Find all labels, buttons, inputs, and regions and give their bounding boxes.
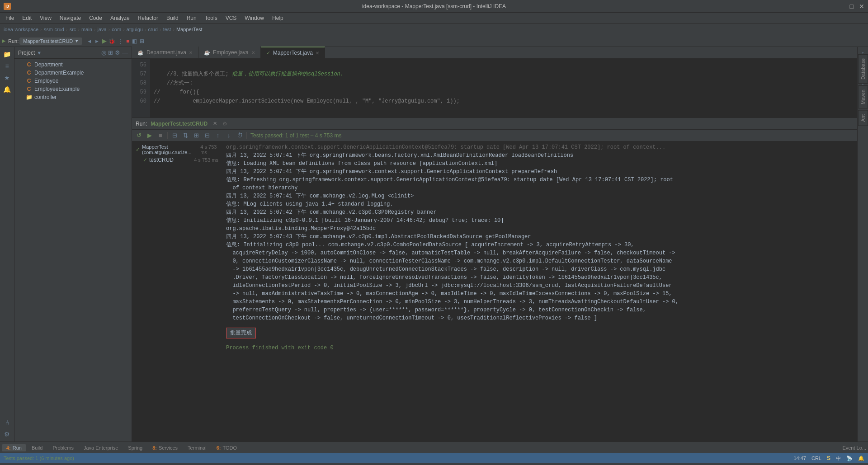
run-tree-mappertest[interactable]: ✓ MapperTest (com.atguigu.crud.te... 4 s…	[132, 143, 222, 156]
tree-item-employee[interactable]: C Employee	[14, 77, 132, 85]
breadcrumb-crud[interactable]: crud	[148, 27, 158, 32]
menu-item-code[interactable]: Code	[85, 14, 106, 22]
breadcrumb-ssm-crud[interactable]: ssm-crud	[44, 27, 64, 32]
menu-item-navigate[interactable]: Navigate	[56, 14, 85, 22]
bb-tab-todo[interactable]: 6: TODO	[212, 444, 241, 451]
run-panel-gear[interactable]: ⚙	[222, 121, 227, 127]
maven-tab[interactable]: Maven	[858, 85, 868, 108]
run-config-selector[interactable]: MapperTest.testCRUD ▼	[19, 38, 82, 45]
breadcrumb-src[interactable]: src	[70, 27, 76, 32]
console-output[interactable]: org.springframework.context.support.Gene…	[222, 141, 857, 442]
down-icon[interactable]: ↓	[224, 131, 234, 141]
bb-tab-terminal[interactable]: Terminal	[183, 444, 211, 451]
tab-mappertest[interactable]: ✓ MapperTest.java ✕	[261, 47, 325, 58]
run-panel: Run: MapperTest.testCRUD ✕ ⚙ — ↺ ▶ ■ ⊟ ⇅…	[132, 117, 857, 442]
project-dropdown-icon[interactable]: ▼	[37, 50, 42, 56]
status-network-icon[interactable]: 📡	[846, 456, 853, 461]
breadcrumb-test[interactable]: test	[163, 27, 171, 32]
project-locate-icon[interactable]: ◎	[101, 49, 106, 56]
status-bell-icon[interactable]: 🔔	[858, 456, 864, 461]
run-more-icon[interactable]: ⋮	[118, 38, 123, 44]
breadcrumb-idea-workspace[interactable]: idea-workspace	[4, 27, 38, 32]
bb-tab-problems[interactable]: Problems	[48, 444, 78, 451]
rerun-icon[interactable]: ↺	[134, 131, 144, 141]
breadcrumb-com[interactable]: com	[112, 27, 121, 32]
menu-item-window[interactable]: Window	[241, 14, 268, 22]
bookmarks-icon[interactable]: ★	[2, 72, 13, 83]
tab-close-department[interactable]: ✕	[189, 50, 193, 55]
bb-tab-run[interactable]: 4: Run	[2, 444, 26, 451]
run-back-icon[interactable]: ◄	[87, 38, 92, 44]
tab-department[interactable]: ☕ Department.java ✕	[132, 47, 198, 58]
test-run-icon[interactable]: ▶	[145, 131, 155, 141]
menu-item-run[interactable]: Run	[183, 14, 200, 22]
breadcrumb-mappertest[interactable]: MapperTest	[176, 27, 202, 32]
up-icon[interactable]: ↑	[213, 131, 223, 141]
run-green-play[interactable]: ▶	[102, 38, 107, 44]
run-panel-close-x[interactable]: ✕	[213, 121, 217, 127]
minimize-button[interactable]: —	[838, 3, 844, 10]
menu-item-tools[interactable]: Tools	[201, 14, 221, 22]
tab-close-employee[interactable]: ✕	[251, 50, 255, 55]
run-forward-icon[interactable]: ►	[94, 38, 99, 44]
menu-item-help[interactable]: Help	[269, 14, 287, 22]
breadcrumb: idea-workspace › ssm-crud › src › main ›…	[0, 23, 868, 35]
bb-tab-java-enterprise[interactable]: Java Enterprise	[79, 444, 123, 451]
bb-tab-services[interactable]: 8: Services	[148, 444, 182, 451]
menu-item-file[interactable]: File	[2, 14, 18, 22]
bb-tab-build[interactable]: Build	[27, 444, 47, 451]
event-log-label[interactable]: Event Lo...	[842, 445, 866, 451]
database-tab[interactable]: Database	[858, 54, 868, 84]
notifications-icon[interactable]: 🔔	[2, 84, 13, 95]
run-stop-icon[interactable]: ■	[126, 38, 129, 44]
bb-tab-spring[interactable]: Spring	[123, 444, 147, 451]
code-editor[interactable]: 56 57 58 59 60 //3、批量插入多个员工; 批量，使用可以执行批量…	[132, 59, 857, 117]
console-line: 信息: MLog clients using java 1.4+ standar…	[226, 200, 854, 208]
test-file-icon: ✓	[266, 50, 270, 56]
run-debug-icon[interactable]: 🐞	[108, 38, 115, 44]
project-gear-icon[interactable]: ⚙	[115, 49, 120, 56]
status-encoding[interactable]: CRL	[811, 456, 821, 461]
settings-icon[interactable]: ⚙	[2, 429, 13, 440]
menu-item-edit[interactable]: Edit	[19, 14, 35, 22]
ant-tab[interactable]: Ant	[858, 110, 868, 126]
bb-tab-services-label: Services	[159, 445, 178, 451]
filter-icon[interactable]: ⊟	[170, 131, 179, 141]
close-button[interactable]: ✕	[859, 3, 864, 10]
status-tests-passed[interactable]: Tests passed: 1 (6 minutes ago)	[4, 456, 74, 461]
menu-item-view[interactable]: View	[36, 14, 55, 22]
tree-item-label: Employee	[34, 78, 58, 84]
run-coverage-icon[interactable]: ◧	[132, 38, 137, 44]
breadcrumb-main[interactable]: main	[81, 27, 92, 32]
breadcrumb-atguigu[interactable]: atguigu	[127, 27, 143, 32]
maximize-button[interactable]: □	[850, 3, 854, 10]
tree-item-controller[interactable]: 📁 controller	[14, 93, 132, 101]
run-tree: ✓ MapperTest (com.atguigu.crud.te... 4 s…	[132, 141, 222, 442]
status-locale[interactable]: 中	[836, 455, 841, 462]
collapse-icon[interactable]: ⊟	[202, 131, 212, 141]
project-expand-icon[interactable]: ⊞	[108, 49, 113, 56]
run-panel-minimize[interactable]: —	[848, 121, 854, 127]
tab-close-mappertest[interactable]: ✕	[316, 51, 319, 56]
menu-item-refactor[interactable]: Refactor	[134, 14, 162, 22]
project-minimize-icon[interactable]: —	[122, 49, 128, 56]
menu-item-analyze[interactable]: Analyze	[107, 14, 133, 22]
menu-item-vcs[interactable]: VCS	[222, 14, 241, 22]
run-profiler-icon[interactable]: ⊞	[140, 38, 144, 44]
tree-item-department[interactable]: C Department	[14, 61, 132, 69]
project-icon[interactable]: 📁	[2, 49, 13, 60]
tree-item-employeeexample[interactable]: C EmployeeExample	[14, 85, 132, 93]
expand-icon[interactable]: ⊞	[191, 131, 201, 141]
breadcrumb-java[interactable]: java	[97, 27, 106, 32]
code-content[interactable]: //3、批量插入多个员工; 批量，使用可以执行批量操作的sqlSession. …	[150, 59, 857, 117]
clock-icon[interactable]: ⏱	[235, 131, 245, 141]
menu-item-build[interactable]: Build	[163, 14, 182, 22]
sort-icon[interactable]: ⇅	[180, 131, 190, 141]
structure-icon[interactable]: ≡	[2, 61, 13, 71]
run-tree-testcrud[interactable]: ✓ testCRUD 4 s 753 ms	[132, 156, 222, 164]
tab-employee[interactable]: ☕ Employee.java ✕	[198, 47, 261, 58]
stop-icon[interactable]: ■	[156, 131, 165, 141]
tree-item-departmentexample[interactable]: C DepartmentExample	[14, 69, 132, 77]
git-icon[interactable]: ⑃	[2, 417, 13, 428]
run-play-icon[interactable]: ▶	[2, 38, 5, 44]
